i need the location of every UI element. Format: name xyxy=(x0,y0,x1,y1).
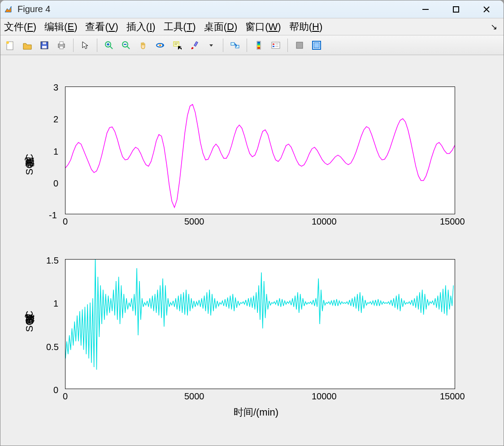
svg-rect-10 xyxy=(42,46,47,48)
menu-label: 文件(F) xyxy=(4,21,36,32)
svg-rect-48 xyxy=(314,43,319,48)
ytick: 1 xyxy=(53,147,58,157)
menubar: 文件(F) 编辑(E) 查看(V) 插入(I) 工具(T) 桌面(D) 窗口(W… xyxy=(0,18,504,35)
show-plot-tools-button[interactable] xyxy=(309,38,324,52)
menu-view[interactable]: 查看(V) xyxy=(85,20,118,34)
menu-edit[interactable]: 编辑(E) xyxy=(44,20,77,34)
dock-arrow-icon[interactable]: ↘ xyxy=(491,22,500,32)
pan-button[interactable] xyxy=(136,38,150,52)
zoom-in-button[interactable] xyxy=(102,38,116,52)
svg-marker-31 xyxy=(178,46,182,50)
open-file-button[interactable] xyxy=(20,38,35,52)
svg-marker-0 xyxy=(5,6,11,12)
svg-rect-12 xyxy=(60,42,63,44)
menu-file[interactable]: 文件(F) xyxy=(4,20,36,34)
svg-rect-9 xyxy=(43,42,46,44)
svg-rect-43 xyxy=(273,46,274,47)
link-plots-button[interactable] xyxy=(228,38,242,52)
menu-label: 窗口(W) xyxy=(245,21,281,32)
xtick: 0 xyxy=(63,217,68,227)
svg-rect-42 xyxy=(273,43,274,45)
xtick: 0 xyxy=(63,391,68,402)
data-cursor-button[interactable] xyxy=(170,38,184,52)
svg-line-20 xyxy=(127,46,130,49)
legend-button[interactable] xyxy=(269,38,283,52)
brush-menu-button[interactable] xyxy=(204,38,218,52)
pointer-button[interactable] xyxy=(78,38,92,52)
xtick: 15000 xyxy=(440,391,465,402)
menu-label: 编辑(E) xyxy=(44,21,77,32)
menu-label: 帮助(H) xyxy=(289,21,323,32)
axes-supercap-soc[interactable] xyxy=(65,259,455,389)
toolbar xyxy=(0,35,504,55)
svg-point-26 xyxy=(159,44,161,46)
figure-window: Figure 4 文件(F) 编辑(E) 查看(V) 插入(I) 工具(T) 桌… xyxy=(0,0,504,446)
svg-rect-46 xyxy=(296,42,303,48)
ytick: 0 xyxy=(53,385,58,395)
ytick: 2 xyxy=(53,114,58,125)
xtick: 10000 xyxy=(312,391,337,402)
matlab-icon xyxy=(3,4,13,14)
svg-rect-40 xyxy=(257,47,260,49)
colorbar-button[interactable] xyxy=(252,38,266,52)
svg-line-16 xyxy=(110,46,113,49)
menu-window[interactable]: 窗口(W) xyxy=(245,20,281,34)
svg-rect-2 xyxy=(453,7,459,12)
xtick: 15000 xyxy=(440,217,465,227)
menu-tools[interactable]: 工具(T) xyxy=(164,20,196,34)
menu-help[interactable]: 帮助(H) xyxy=(289,20,323,34)
svg-rect-37 xyxy=(257,42,260,43)
svg-marker-33 xyxy=(209,44,213,47)
menu-label: 桌面(D) xyxy=(204,21,238,32)
maximize-button[interactable] xyxy=(447,3,465,16)
window-title: Figure 4 xyxy=(17,4,417,14)
menu-desktop[interactable]: 桌面(D) xyxy=(204,20,238,34)
svg-rect-28 xyxy=(174,42,179,46)
xtick: 5000 xyxy=(184,217,204,227)
save-button[interactable] xyxy=(37,38,52,52)
menu-insert[interactable]: 插入(I) xyxy=(126,20,156,34)
svg-rect-38 xyxy=(257,43,260,45)
hide-plot-tools-button[interactable] xyxy=(292,38,307,52)
new-figure-button[interactable] xyxy=(3,38,17,52)
rotate-3d-button[interactable] xyxy=(153,38,167,52)
ytick: 0.5 xyxy=(46,342,59,352)
brush-button[interactable] xyxy=(187,38,201,52)
xtick: 10000 xyxy=(312,217,337,227)
xtick: 5000 xyxy=(184,391,204,402)
ytick: 3 xyxy=(53,82,58,93)
svg-rect-13 xyxy=(60,46,63,49)
print-button[interactable] xyxy=(54,38,69,52)
axes-battery-soc[interactable] xyxy=(65,87,455,214)
menu-label: 查看(V) xyxy=(85,21,118,32)
ytick: -1 xyxy=(49,210,57,221)
svg-rect-34 xyxy=(231,43,235,45)
svg-point-7 xyxy=(6,41,9,44)
ytick: 0 xyxy=(53,178,58,189)
svg-rect-41 xyxy=(272,42,280,48)
figure-area: 蓄电池SOC -1 0 1 2 3 0 5000 10000 15000 超级电… xyxy=(0,55,504,446)
ytick: 1.5 xyxy=(46,255,59,266)
close-button[interactable] xyxy=(478,3,495,16)
menu-label: 插入(I) xyxy=(126,21,156,32)
axes1-ylabel: 蓄电池SOC xyxy=(23,154,36,175)
svg-rect-39 xyxy=(257,45,260,47)
svg-marker-14 xyxy=(83,42,88,49)
minimize-button[interactable] xyxy=(417,3,434,16)
axes2-ylabel: 超级电容SOC xyxy=(23,311,36,332)
zoom-out-button[interactable] xyxy=(119,38,133,52)
axes2-xlabel: 时间/(min) xyxy=(225,406,287,419)
menu-label: 工具(T) xyxy=(164,21,196,32)
titlebar[interactable]: Figure 4 xyxy=(0,0,504,18)
svg-rect-32 xyxy=(194,41,198,46)
ytick: 1 xyxy=(53,299,58,309)
